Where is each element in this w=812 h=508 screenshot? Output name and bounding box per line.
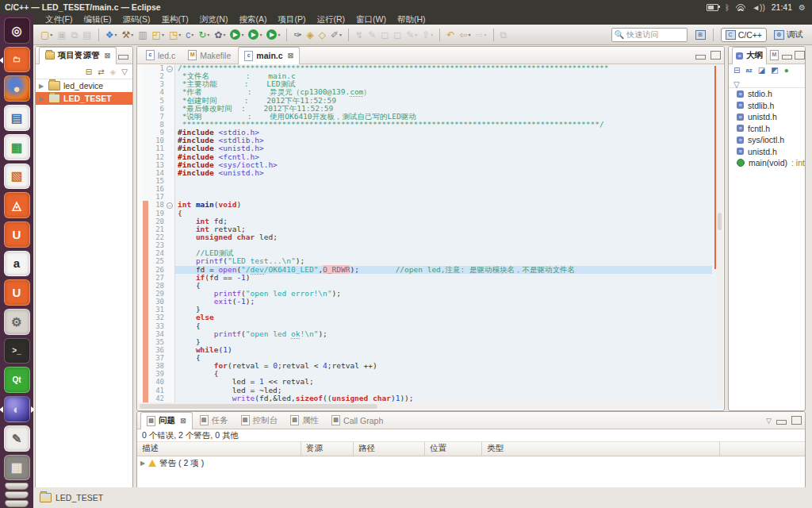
dropdown-caret-icon[interactable]: ▾ xyxy=(223,32,225,37)
clock[interactable]: 21:41 xyxy=(772,2,792,12)
menu-item-3[interactable]: 重构(T) xyxy=(161,14,188,25)
dropdown-caret-icon[interactable]: ▾ xyxy=(485,32,487,37)
debug-attach-button[interactable]: ❖▾ xyxy=(104,29,119,41)
code-text[interactable]: int fd; xyxy=(175,217,712,225)
dropdown-caret-icon[interactable]: ▾ xyxy=(178,32,181,37)
vertical-scrollbar[interactable] xyxy=(717,64,722,402)
link-with-editor-icon[interactable]: ⇄ xyxy=(98,67,104,76)
expand-twisty-icon[interactable]: ▶ xyxy=(140,460,145,467)
code-text[interactable] xyxy=(175,241,712,249)
editor-tab-Makefile[interactable]: MMakefile xyxy=(182,47,236,64)
menu-item-7[interactable]: 运行(R) xyxy=(316,14,345,25)
run-button[interactable]: ▶▾ xyxy=(228,29,245,40)
code-text[interactable]: { xyxy=(175,210,712,217)
perspective-c-c-[interactable]: CC/C++ xyxy=(721,28,767,42)
launcher-libreoffice-impress[interactable]: ▧ xyxy=(4,164,30,190)
tree-item-led_device[interactable]: ▶led_device xyxy=(36,79,132,92)
editor-tab-led.c[interactable]: cled.c xyxy=(140,47,181,64)
tab-Call Graph[interactable]: ▤Call Graph xyxy=(326,412,389,429)
code-text[interactable] xyxy=(175,193,712,201)
outline-item[interactable]: ≡fcntl.h xyxy=(729,123,805,135)
view-menu-icon[interactable]: ▽ xyxy=(121,67,128,76)
build-button[interactable]: ⚒▾ xyxy=(120,29,135,41)
dropdown-caret-icon[interactable]: ▾ xyxy=(191,32,193,37)
menu-item-9[interactable]: 帮助(H) xyxy=(397,14,426,25)
horizontal-scrollbar[interactable] xyxy=(138,403,712,410)
hide-non-public-icon[interactable]: ● xyxy=(784,66,789,75)
launcher-libreoffice-calc[interactable]: ▦ xyxy=(4,134,30,160)
code-area[interactable]: 1–/*************************************… xyxy=(138,64,712,402)
maximize-view-icon[interactable] xyxy=(710,51,721,60)
outline-item[interactable]: ≡sys/ioctl.h xyxy=(729,134,805,146)
collapse-all-icon[interactable]: ⊟ xyxy=(86,67,92,76)
code-text[interactable]: while(1) xyxy=(175,346,712,354)
problems-row[interactable]: ▶警告 ( 2 项 ) xyxy=(137,456,805,470)
launcher-firefox[interactable]: ● xyxy=(4,75,30,102)
launcher-files[interactable]: 🗀 xyxy=(4,47,30,73)
new-c-file-button[interactable]: c▾ xyxy=(184,29,195,41)
outline-item[interactable]: ≡unistd.h xyxy=(729,146,805,158)
dropdown-caret-icon[interactable]: ▾ xyxy=(131,32,133,37)
view-menu-icon[interactable]: ▽ xyxy=(733,80,740,89)
dropdown-caret-icon[interactable]: ▾ xyxy=(278,32,280,37)
code-text[interactable]: #include <unistd.h> xyxy=(175,169,712,177)
outline-item[interactable]: ≡stdio.h xyxy=(729,88,805,100)
run-history-button[interactable]: ▶▾ xyxy=(247,29,263,40)
menu-item-1[interactable]: 编辑(E) xyxy=(83,14,111,25)
tab-make-targets[interactable]: M xyxy=(768,47,780,64)
annotate-button[interactable]: ✐▾ xyxy=(329,29,343,41)
wifi-icon[interactable] xyxy=(736,4,745,11)
launcher-dash-home[interactable]: ◎ xyxy=(4,17,30,44)
session-gear-icon[interactable]: ⚙ xyxy=(799,3,806,12)
menu-item-4[interactable]: 浏览(N) xyxy=(200,14,228,25)
perspective--[interactable]: ⚙调试 xyxy=(770,28,807,42)
column-header-类型[interactable]: 类型 xyxy=(482,442,720,456)
launcher-ubuntuone-music[interactable]: U xyxy=(4,279,30,306)
close-icon[interactable]: ⊠ xyxy=(288,52,294,60)
collapsed-twisty-icon[interactable]: ▶ xyxy=(39,83,45,90)
tab-任务[interactable]: ▤任务 xyxy=(194,412,234,429)
dropdown-caret-icon[interactable]: ▾ xyxy=(50,32,52,37)
sort-icon[interactable]: az xyxy=(745,67,752,74)
dropdown-caret-icon[interactable]: ▾ xyxy=(162,32,164,37)
tab-属性[interactable]: ▤属性 xyxy=(285,412,324,429)
column-header-描述[interactable]: 描述 xyxy=(137,442,301,456)
launcher-qt-creator[interactable]: Qt xyxy=(4,367,30,393)
minimize-view-icon[interactable] xyxy=(695,55,706,60)
refresh-button[interactable]: ↻▾ xyxy=(197,29,211,41)
code-text[interactable]: printf("open led error!\n"); xyxy=(175,290,712,298)
menu-item-2[interactable]: 源码(S) xyxy=(122,14,150,25)
maximize-view-icon[interactable] xyxy=(795,51,805,60)
code-text[interactable] xyxy=(175,177,712,185)
collapsed-twisty-icon[interactable]: ▶ xyxy=(39,95,45,102)
dropdown-caret-icon[interactable]: ▾ xyxy=(259,32,262,37)
search-button[interactable]: ✑ xyxy=(292,29,303,41)
tab-outline[interactable]: ≡ 大纲 xyxy=(732,47,767,64)
code-text[interactable]: write(fd,&led,sizeof((unsigned char)1)); xyxy=(175,394,712,402)
launcher-workspace-switcher[interactable]: ▦ xyxy=(4,455,30,481)
open-perspective-icon[interactable]: ⊞ xyxy=(695,30,706,40)
menu-item-6[interactable]: 项目(P) xyxy=(278,14,305,25)
minimize-view-icon[interactable] xyxy=(782,55,792,60)
launcher-eclipse[interactable]: ◐ xyxy=(4,396,30,422)
collapse-all-icon[interactable]: ⊟ xyxy=(733,66,740,75)
open-type-button[interactable]: ◈ xyxy=(305,29,316,41)
open-resource-button[interactable]: ◇ xyxy=(317,29,327,41)
battery-icon[interactable] xyxy=(707,4,718,11)
column-header-路径[interactable]: 路径 xyxy=(354,442,425,456)
dropdown-caret-icon[interactable]: ▾ xyxy=(207,32,209,37)
tree-item-LED_TESET[interactable]: ▶LED_TESET xyxy=(36,92,132,105)
menu-item-0[interactable]: 文件(F) xyxy=(45,14,72,25)
column-header-资源[interactable]: 资源 xyxy=(301,442,354,456)
code-text[interactable]: else xyxy=(175,314,712,321)
dropdown-caret-icon[interactable]: ▾ xyxy=(241,32,243,37)
new-folder-button[interactable]: ◳▾ xyxy=(167,29,182,41)
code-text[interactable]: exit(-1); xyxy=(175,298,712,306)
tab-问题[interactable]: ▤问题⊠ xyxy=(140,412,193,429)
bluetooth-icon[interactable]: ᛒ xyxy=(725,3,730,12)
outline-item[interactable]: ≡stdlib.h xyxy=(729,100,805,112)
view-menu-icon[interactable]: ▽ xyxy=(766,417,772,425)
menu-item-5[interactable]: 搜索(A) xyxy=(239,14,266,25)
column-header-位置[interactable]: 位置 xyxy=(425,442,482,456)
fold-marker-icon[interactable]: – xyxy=(167,202,173,209)
